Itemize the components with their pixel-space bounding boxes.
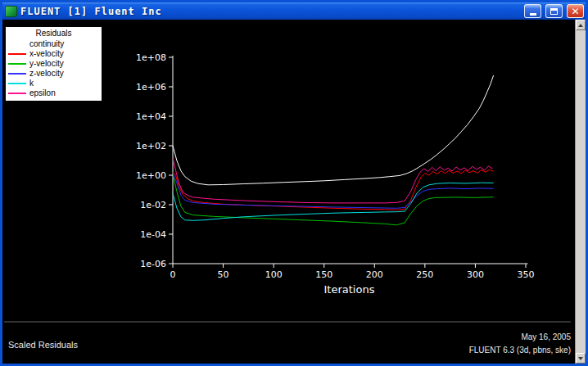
x-tick-label: 350 [518, 269, 535, 280]
footer-date: May 16, 2005 [469, 331, 571, 344]
legend-line-sample-icon [8, 53, 26, 55]
y-tick-label: 1e+02 [136, 141, 166, 151]
legend-entries: continuityx-velocityy-velocityz-velocity… [8, 39, 99, 98]
minimize-button[interactable] [524, 4, 541, 18]
maximize-icon [550, 8, 558, 15]
minimize-icon [530, 13, 536, 16]
legend-title: Residuals [8, 29, 99, 38]
legend-entry-label: y-velocity [29, 59, 64, 69]
legend-entry-epsilon: epsilon [8, 88, 99, 98]
legend-line-sample-icon [8, 73, 26, 75]
footer-info: May 16, 2005 FLUENT 6.3 (3d, pbns, ske) [469, 331, 571, 357]
legend-entry-x-velocity: x-velocity [8, 49, 99, 59]
app-icon [5, 6, 17, 17]
plot-caption: Scaled Residuals [8, 340, 78, 350]
legend-entry-label: epsilon [29, 88, 56, 98]
legend-entry-z-velocity: z-velocity [8, 69, 99, 79]
arrow-down-icon [578, 357, 583, 360]
legend-entry-continuity: continuity [8, 39, 99, 49]
legend-line-sample-icon [8, 83, 26, 84]
series-continuity [173, 75, 494, 185]
scroll-up-button[interactable] [576, 20, 586, 30]
legend-line-sample-icon [8, 43, 26, 45]
fluent-graphics-window: FLUENT [1] Fluent Inc ✕ 1e+081e+061e+041… [0, 0, 588, 366]
scroll-down-button[interactable] [576, 353, 586, 364]
close-icon: ✕ [571, 7, 579, 16]
arrow-up-icon [578, 24, 583, 27]
client-area: 1e+081e+061e+041e+021e+001e-021e-041e-06… [2, 20, 586, 364]
x-tick-label: 200 [366, 269, 383, 280]
y-tick-label: 1e+06 [136, 82, 166, 93]
legend-line-sample-icon [8, 63, 26, 65]
legend-entry-label: continuity [29, 39, 64, 49]
close-button[interactable]: ✕ [567, 4, 584, 18]
x-tick-label: 0 [170, 269, 176, 280]
legend-entry-k: k [8, 79, 99, 88]
legend-entry-label: x-velocity [29, 49, 64, 59]
y-tick-label: 1e+00 [136, 170, 166, 181]
legend-line-sample-icon [8, 93, 26, 94]
vertical-scrollbar[interactable] [575, 20, 586, 364]
y-tick-label: 1e-02 [140, 200, 166, 210]
series-x-velocity [173, 169, 494, 210]
legend-entry-label: z-velocity [29, 69, 64, 79]
x-tick-label: 300 [467, 269, 484, 280]
x-axis-title: Iterations [324, 283, 375, 296]
maximize-button[interactable] [545, 4, 563, 18]
y-tick-label: 1e-06 [140, 259, 166, 269]
x-tick-label: 50 [218, 269, 229, 280]
footer-version: FLUENT 6.3 (3d, pbns, ske) [469, 344, 571, 357]
plot-area: 1e+081e+061e+041e+021e+001e-021e-041e-06… [2, 20, 575, 364]
x-tick-label: 150 [315, 269, 332, 280]
x-tick-label: 250 [416, 269, 433, 280]
y-tick-label: 1e-04 [140, 229, 166, 240]
y-tick-label: 1e+04 [136, 111, 166, 122]
legend-entry-label: k [29, 79, 34, 88]
titlebar[interactable]: FLUENT [1] Fluent Inc ✕ [2, 2, 586, 20]
x-tick-label: 100 [265, 269, 283, 280]
legend: Residuals continuityx-velocityy-velocity… [6, 27, 102, 101]
legend-entry-y-velocity: y-velocity [8, 59, 99, 69]
window-title: FLUENT [1] Fluent Inc [20, 6, 520, 17]
y-tick-label: 1e+08 [136, 52, 166, 63]
